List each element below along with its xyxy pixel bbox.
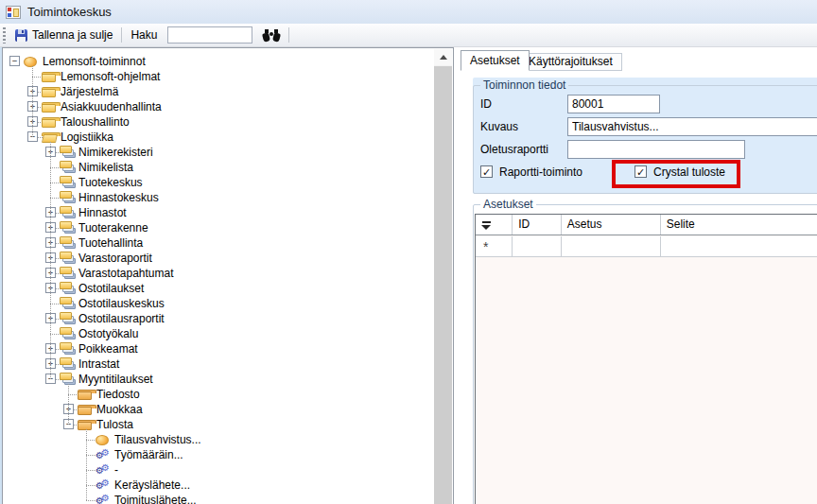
- binoculars-icon: [263, 29, 280, 42]
- detail-panel: Asetukset Käyttörajoitukset Toiminnon ti…: [461, 47, 817, 504]
- tree-item[interactable]: −Logistiikka: [3, 130, 453, 145]
- search-button[interactable]: Haku: [126, 26, 162, 45]
- id-field[interactable]: [567, 95, 660, 113]
- menu-folder-icon: [78, 420, 92, 430]
- tree-item-label: Ostotyökalu: [77, 327, 140, 341]
- tree-item[interactable]: Tiedosto: [3, 387, 453, 402]
- kuvaus-label: Kuvaus: [480, 117, 518, 136]
- tab-asetukset[interactable]: Asetukset: [461, 50, 530, 71]
- grid-column-header[interactable]: ID: [513, 215, 562, 235]
- module-icon: [60, 146, 77, 159]
- folder-icon: [42, 117, 56, 128]
- new-row-header-cell[interactable]: *: [476, 236, 513, 256]
- chevron-up-icon: [440, 55, 447, 60]
- save-and-close-button[interactable]: Tallenna ja sulje: [10, 26, 117, 45]
- grid-cell[interactable]: [513, 236, 562, 256]
- tree-item[interactable]: −Myyntitilaukset: [3, 372, 453, 387]
- tree-item-label: Varastoraportit: [77, 252, 154, 266]
- tree-item[interactable]: +Tuotehallinta: [3, 235, 453, 251]
- grid-column-header[interactable]: Asetus: [562, 215, 661, 235]
- tree-item[interactable]: +Varastoraportit: [3, 251, 453, 266]
- tree-item[interactable]: Nimikelista: [3, 160, 453, 175]
- group-title: Toiminnon tiedot: [480, 78, 568, 92]
- kuvaus-field[interactable]: [567, 117, 817, 136]
- tree-item[interactable]: Hinnastokeskus: [3, 190, 453, 205]
- tree-item[interactable]: −Tulosta: [3, 417, 453, 432]
- module-icon: [60, 161, 77, 174]
- tree-item-label: Tulosta: [95, 418, 135, 432]
- grid-cell[interactable]: [661, 236, 817, 256]
- tree-item[interactable]: Lemonsoft-ohjelmat: [3, 69, 453, 84]
- gears-icon: ⚙⚙: [96, 494, 113, 504]
- grid-cell[interactable]: [562, 236, 661, 256]
- menu-folder-icon: [78, 405, 92, 415]
- tree-item[interactable]: Tilausvahvistus...: [3, 432, 453, 447]
- tree-item-label: Tiedosto: [95, 388, 142, 402]
- tree-item[interactable]: +Asiakkuudenhallinta: [3, 99, 453, 114]
- tree-item[interactable]: +Muokkaa: [3, 402, 453, 417]
- module-icon: [60, 236, 77, 250]
- group-title: Asetukset: [480, 198, 536, 211]
- tree-item-label: Ostotilauskeskus: [77, 297, 166, 311]
- tree-item[interactable]: +Ostotilausraportit: [3, 311, 453, 326]
- function-icon: [24, 57, 37, 67]
- tree-item-label: Intrastat: [77, 357, 121, 372]
- grid-new-row[interactable]: *: [476, 236, 817, 257]
- tree-item[interactable]: ⚙⚙Keräyslähete...: [3, 478, 453, 493]
- tree-item[interactable]: +Tuoterakenne: [3, 220, 453, 235]
- module-icon: [60, 206, 77, 219]
- search-input[interactable]: [167, 26, 252, 43]
- find-button[interactable]: [258, 26, 285, 45]
- tree-item[interactable]: +Varastotapahtumat: [3, 266, 453, 281]
- menu-folder-icon: [78, 390, 92, 400]
- tree-scrollbar[interactable]: [434, 49, 452, 504]
- grid-column-header[interactable]: Selite: [661, 215, 817, 235]
- tree-item-label: Logistiikka: [59, 130, 115, 145]
- tree-item[interactable]: +Hinnastot: [3, 205, 453, 220]
- tree-item[interactable]: +Nimikerekisteri: [3, 145, 453, 160]
- toimintokeskus-window: Toimintokeskus Tallenna ja sulje Haku −L…: [0, 0, 817, 504]
- tree-item[interactable]: ⚙⚙-: [3, 462, 453, 478]
- toolbar: Tallenna ja sulje Haku: [0, 24, 817, 47]
- settings-grid: IDAsetusSelite *: [475, 214, 817, 504]
- gears-icon: ⚙⚙: [96, 448, 113, 461]
- tab-kayttorajoitukset[interactable]: Käyttörajoitukset: [519, 53, 622, 71]
- tree-item-label: Varastotapahtumat: [77, 267, 176, 281]
- module-icon: [60, 282, 77, 295]
- module-icon: [60, 252, 77, 265]
- tree-item[interactable]: Ostotilauskeskus: [3, 296, 453, 311]
- save-icon: [15, 29, 27, 42]
- tree-item[interactable]: Tuotekeskus: [3, 175, 453, 190]
- raportti-toiminto-checkbox[interactable]: ✓: [480, 165, 493, 178]
- tree-item[interactable]: +Taloushallinto: [3, 114, 453, 130]
- oletusraportti-field[interactable]: [567, 140, 745, 159]
- tree-item-label: Tuoterakenne: [77, 221, 150, 235]
- tree-item[interactable]: ⚙⚙Työmääräin...: [3, 447, 453, 462]
- save-and-close-label: Tallenna ja sulje: [32, 28, 113, 42]
- tree-item-label: Asiakkuudenhallinta: [59, 100, 164, 114]
- module-icon: [60, 191, 77, 204]
- grid-filter-cell[interactable]: [476, 215, 513, 235]
- tree-item-label: Keräyslähete...: [113, 478, 192, 493]
- tree-item[interactable]: +Poikkeamat: [3, 341, 453, 356]
- function-icon: [96, 435, 109, 445]
- oletusraportti-label: Oletusraportti: [480, 140, 548, 159]
- tree-item[interactable]: ⚙⚙Toimituslähete...: [3, 493, 453, 504]
- search-button-label: Haku: [130, 28, 157, 42]
- toolbar-separator: [121, 27, 122, 43]
- tree-item-label: Toimituslähete...: [113, 494, 199, 504]
- tree-item[interactable]: +Intrastat: [3, 356, 453, 372]
- module-icon: [60, 342, 77, 356]
- tree-item[interactable]: −Lemonsoft-toiminnot: [3, 54, 453, 69]
- module-icon: [60, 312, 77, 325]
- scroll-up-button[interactable]: [434, 49, 452, 65]
- toolbar-grip-handle[interactable]: [3, 27, 6, 43]
- scrollbar-thumb[interactable]: [434, 66, 452, 504]
- tree-item[interactable]: Ostotyökalu: [3, 326, 453, 341]
- tree-item-label: Ostotilaukset: [77, 282, 146, 296]
- module-icon: [60, 267, 77, 280]
- settings-group: Asetukset IDAsetusSelite *: [473, 197, 817, 504]
- tree-item[interactable]: +Ostotilaukset: [3, 281, 453, 296]
- tree-item[interactable]: +Järjestelmä: [3, 84, 453, 99]
- collapse-icon[interactable]: −: [9, 56, 20, 66]
